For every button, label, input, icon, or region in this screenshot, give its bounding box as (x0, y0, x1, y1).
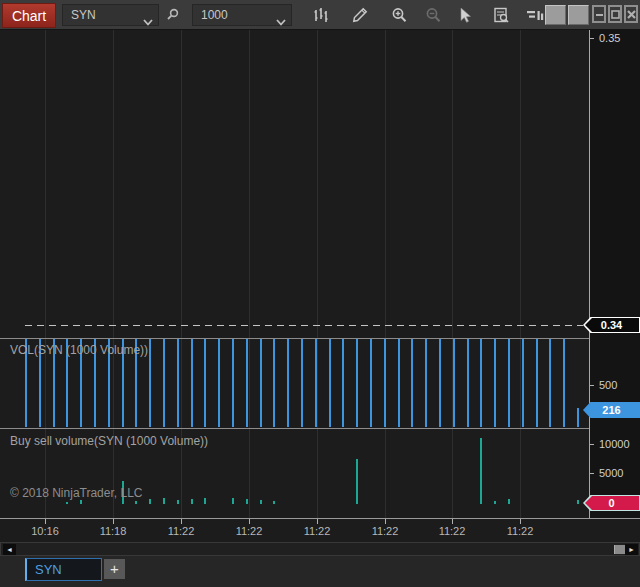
volume-bar (149, 339, 151, 427)
cursor-button[interactable] (452, 3, 478, 27)
volume-bar (218, 339, 220, 427)
chevron-down-icon (276, 12, 286, 32)
volume-bar (577, 408, 579, 427)
volume-bar (563, 339, 565, 427)
copyright-text: © 2018 NinjaTrader, LLC (10, 486, 142, 500)
volume-value-marker: 216 (583, 402, 640, 418)
scroll-left-button[interactable]: ◄ (3, 544, 16, 555)
buy-sell-value-marker: 0 (583, 495, 640, 511)
y-axis-tick (590, 38, 594, 39)
gridline (249, 339, 250, 428)
cursor-icon (457, 7, 473, 24)
buy-sell-bar (356, 459, 358, 504)
instrument-search-button[interactable] (160, 3, 186, 27)
price-panel[interactable] (0, 30, 589, 338)
y-axis-tick (590, 473, 594, 474)
time-axis-tick (45, 519, 46, 524)
volume-bar (191, 339, 193, 427)
buy-sell-bar (191, 499, 193, 504)
tab-syn[interactable]: SYN (25, 558, 102, 581)
chart-trader-icon (525, 7, 544, 24)
interval-selector[interactable]: 1000 Volume (192, 4, 292, 26)
buy-sell-bar (260, 500, 262, 504)
instrument-selector[interactable]: SYN (62, 4, 159, 26)
last-price-marker: 0.34 (583, 317, 640, 333)
volume-bar (260, 339, 262, 427)
volume-bar (494, 339, 496, 427)
search-icon (165, 7, 181, 23)
zoom-in-button[interactable] (386, 3, 412, 27)
horizontal-scrollbar[interactable]: ◄ ► (0, 542, 640, 556)
time-axis-tick (317, 519, 318, 524)
scrollbar-thumb[interactable] (614, 545, 625, 554)
time-axis-tick (249, 519, 250, 524)
volume-bar (439, 339, 441, 427)
zoom-out-icon (424, 6, 443, 25)
time-axis[interactable]: 10:1611:1811:2211:2211:2211:2211:2211:22 (0, 518, 640, 542)
chart-window: Chart SYN 1000 Volume (0, 0, 640, 587)
gridline (452, 429, 453, 518)
close-button[interactable] (624, 5, 638, 23)
buy-sell-bar (577, 500, 579, 504)
time-axis-tick (181, 519, 182, 524)
volume-bar (549, 339, 551, 427)
volume-bar (536, 339, 538, 427)
drawing-tools-button[interactable] (347, 3, 373, 27)
chevron-down-icon (143, 12, 153, 32)
chart-trader-button[interactable] (521, 3, 547, 27)
buy-sell-indicator-label: Buy sell volume(SYN (1000 Volume)) (10, 434, 208, 448)
data-box-button[interactable] (488, 3, 514, 27)
restore-button[interactable] (608, 5, 622, 23)
y-axis-tick-label: 10000 (599, 438, 630, 450)
volume-bar (329, 339, 331, 427)
gridline (317, 339, 318, 428)
time-axis-label: 11:18 (91, 525, 135, 537)
buy-sell-bar (494, 501, 496, 504)
y-axis-tick-label: 500 (599, 379, 617, 391)
minimize-icon (595, 5, 604, 23)
volume-bar (315, 339, 317, 427)
gridline (45, 30, 46, 338)
volume-bar (453, 339, 455, 427)
zoom-out-button[interactable] (420, 3, 446, 27)
gridline (385, 429, 386, 518)
zoom-in-icon (390, 6, 409, 25)
volume-panel[interactable]: VOL(SYN (1000 Volume)) (0, 339, 589, 428)
instrument-selector-value: SYN (71, 8, 96, 22)
volume-bar (411, 339, 413, 427)
y-axis-tick-label: 0.35 (599, 32, 620, 44)
chart-menu-button[interactable]: Chart (2, 3, 56, 28)
chart-style-button[interactable] (308, 3, 334, 27)
volume-bar (342, 339, 344, 427)
interval-link-icon[interactable] (568, 5, 589, 25)
add-tab-button[interactable]: + (104, 559, 125, 579)
scroll-right-button[interactable]: ► (625, 544, 638, 555)
gridline (113, 30, 114, 338)
close-icon (627, 5, 636, 23)
pencil-icon (351, 6, 369, 24)
volume-bar (177, 339, 179, 427)
time-axis-label: 11:22 (498, 525, 542, 537)
buy-sell-bar (135, 501, 137, 504)
last-price-dashed-line (25, 325, 583, 326)
buy-sell-bar (149, 499, 151, 504)
time-axis-label: 10:16 (23, 525, 67, 537)
buy-sell-bar (232, 498, 234, 504)
volume-bar (508, 339, 510, 427)
time-axis-tick (520, 519, 521, 524)
instrument-link-icon[interactable] (545, 5, 566, 25)
buy-sell-bar (508, 499, 510, 504)
price-axis[interactable]: 0.35500100005000 (589, 30, 640, 542)
gridline (249, 30, 250, 338)
y-axis-tick (590, 385, 594, 386)
gridline (181, 339, 182, 428)
data-box-icon (492, 6, 511, 25)
volume-bar (522, 339, 524, 427)
gridline (452, 30, 453, 338)
volume-bar (480, 339, 482, 427)
volume-bar (425, 339, 427, 427)
volume-bar (232, 339, 234, 427)
minimize-button[interactable] (592, 5, 606, 23)
buy-sell-bar (80, 500, 82, 504)
buy-sell-volume-panel[interactable]: Buy sell volume(SYN (1000 Volume)) © 201… (0, 429, 589, 518)
